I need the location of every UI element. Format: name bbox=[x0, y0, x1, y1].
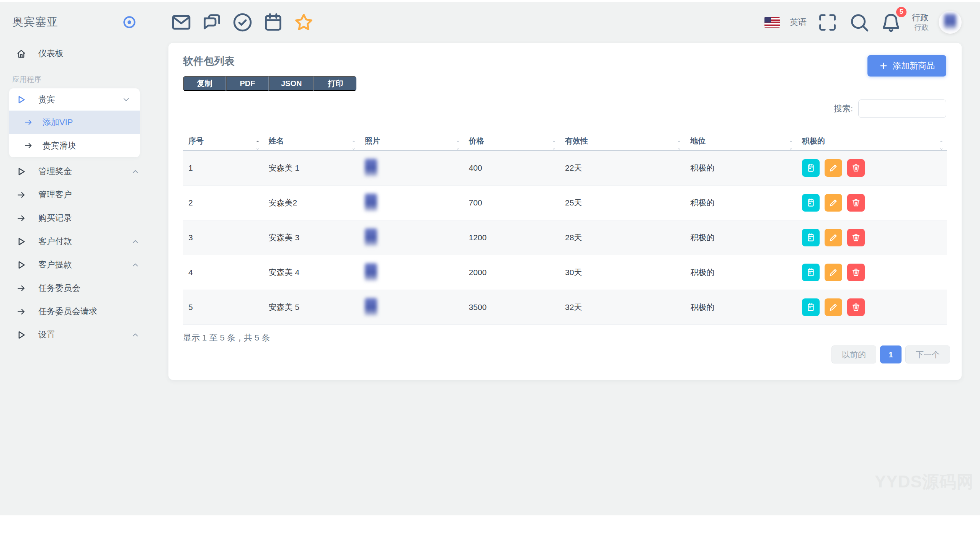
delete-button[interactable] bbox=[847, 298, 865, 316]
photo-thumbnail bbox=[365, 298, 377, 316]
sidebar-item-dashboard[interactable]: 仪表板 bbox=[0, 42, 149, 65]
table-row: 5安森美 5350032天积极的 bbox=[183, 290, 947, 324]
notepad-button[interactable] bbox=[802, 264, 820, 281]
add-product-button[interactable]: 添加新商品 bbox=[867, 55, 946, 77]
trash-icon bbox=[851, 198, 861, 208]
arrow-right-icon bbox=[16, 213, 26, 223]
sort-desc-icon bbox=[788, 144, 794, 147]
pagination-previous[interactable]: 以前的 bbox=[831, 345, 876, 363]
sort-desc-icon bbox=[551, 144, 557, 147]
package-table: 序号姓名照片价格有效性地位积极的 1安森美 140022天积极的2安森美2700… bbox=[183, 132, 947, 325]
calendar-icon[interactable] bbox=[262, 11, 284, 33]
bell-icon[interactable]: 5 bbox=[880, 11, 902, 33]
notepad-button[interactable] bbox=[802, 298, 820, 316]
cell-status: 积极的 bbox=[685, 255, 796, 290]
language-selector[interactable]: 英语 bbox=[790, 16, 807, 28]
sidebar-item-4[interactable]: 客户付款 bbox=[0, 230, 149, 253]
edit-button[interactable] bbox=[825, 298, 842, 316]
user-role: 行政 bbox=[912, 23, 929, 32]
avatar[interactable] bbox=[939, 11, 962, 34]
edit-button[interactable] bbox=[825, 264, 842, 281]
column-header[interactable]: 积极的 bbox=[797, 132, 947, 150]
delete-button[interactable] bbox=[847, 194, 865, 212]
cell-status: 积极的 bbox=[685, 185, 796, 220]
chevron-up-icon bbox=[131, 261, 140, 269]
user-menu[interactable]: 行政 行政 bbox=[912, 12, 929, 32]
expand-icon[interactable] bbox=[817, 11, 838, 33]
sidebar-subitem-0-0[interactable]: 添加VIP bbox=[9, 111, 140, 134]
cell-name: 安森美 1 bbox=[263, 150, 359, 185]
sidebar-item-7[interactable]: 任务委员会请求 bbox=[0, 300, 149, 323]
sort-asc-icon bbox=[551, 136, 557, 140]
star-icon[interactable] bbox=[293, 11, 315, 33]
play-icon bbox=[16, 95, 26, 105]
edit-button[interactable] bbox=[825, 229, 842, 246]
trash-icon bbox=[851, 267, 861, 277]
us-flag-icon[interactable] bbox=[764, 17, 780, 28]
sidebar-item-label: 设置 bbox=[38, 329, 131, 341]
sidebar-item-3[interactable]: 购买记录 bbox=[0, 207, 149, 229]
cell-name: 安森美 3 bbox=[263, 220, 359, 255]
cell-name: 安森美 5 bbox=[263, 290, 359, 324]
search-icon[interactable] bbox=[848, 11, 870, 33]
mail-icon[interactable] bbox=[170, 11, 192, 33]
topbar: 英语 5 行政 行政 bbox=[149, 2, 980, 42]
home-icon bbox=[16, 49, 26, 59]
column-header[interactable]: 有效性 bbox=[560, 132, 685, 150]
column-header[interactable]: 姓名 bbox=[263, 132, 359, 150]
delete-button[interactable] bbox=[847, 159, 865, 177]
notepad-button[interactable] bbox=[802, 159, 820, 177]
edit-button[interactable] bbox=[825, 159, 842, 177]
notepad-icon bbox=[806, 267, 816, 277]
cell-status: 积极的 bbox=[685, 150, 796, 185]
sort-desc-icon bbox=[351, 144, 356, 147]
plus-icon bbox=[879, 61, 888, 70]
delete-button[interactable] bbox=[847, 229, 865, 246]
table-row: 4安森美 4200030天积极的 bbox=[183, 255, 947, 290]
pagination-page-1[interactable]: 1 bbox=[880, 345, 902, 363]
column-header[interactable]: 价格 bbox=[464, 132, 560, 150]
sidebar-item-0[interactable]: 贵宾 bbox=[9, 88, 140, 111]
sidebar-item-5[interactable]: 客户提款 bbox=[0, 254, 149, 276]
column-header[interactable]: 地位 bbox=[685, 132, 796, 150]
pencil-icon bbox=[828, 163, 838, 173]
target-icon[interactable] bbox=[122, 15, 137, 29]
sidebar-item-8[interactable]: 设置 bbox=[0, 324, 149, 346]
sidebar-item-label: 客户付款 bbox=[38, 236, 131, 247]
search-input[interactable] bbox=[858, 99, 946, 118]
cell-actions bbox=[797, 185, 947, 220]
notepad-button[interactable] bbox=[802, 194, 820, 212]
check-circle-icon[interactable] bbox=[232, 11, 253, 33]
delete-button[interactable] bbox=[847, 264, 865, 281]
sort-desc-icon bbox=[255, 144, 260, 147]
export-button-打印[interactable]: 打印 bbox=[314, 76, 356, 91]
export-button-json[interactable]: JSON bbox=[269, 76, 314, 91]
pagination-next[interactable]: 下一个 bbox=[905, 345, 950, 363]
play-icon bbox=[16, 260, 26, 270]
search-row: 搜索: bbox=[834, 99, 946, 118]
column-header[interactable]: 照片 bbox=[359, 132, 463, 150]
cell-validity: 30天 bbox=[560, 255, 685, 290]
sidebar-subitem-label: 添加VIP bbox=[42, 117, 73, 128]
sort-asc-icon bbox=[676, 136, 682, 140]
cell-serial: 4 bbox=[183, 255, 263, 290]
sidebar-item-1[interactable]: 管理奖金 bbox=[0, 160, 149, 183]
sort-desc-icon bbox=[455, 144, 461, 147]
sidebar-item-2[interactable]: 管理客户 bbox=[0, 184, 149, 206]
sidebar-item-label: 贵宾 bbox=[38, 94, 122, 105]
export-button-pdf[interactable]: PDF bbox=[226, 76, 269, 91]
sort-asc-icon bbox=[939, 136, 944, 140]
chevron-up-icon bbox=[131, 167, 140, 176]
sidebar-subitem-0-1[interactable]: 贵宾滑块 bbox=[9, 134, 140, 157]
edit-button[interactable] bbox=[825, 194, 842, 212]
column-header[interactable]: 序号 bbox=[183, 132, 263, 150]
arrow-right-icon bbox=[16, 306, 26, 317]
arrow-right-icon bbox=[24, 117, 33, 127]
export-button-复制[interactable]: 复制 bbox=[183, 76, 226, 91]
notepad-button[interactable] bbox=[802, 229, 820, 246]
app-root: 奥宾塞亚 仪表板 应用程序 贵宾添加VIP贵宾滑块管理奖金管理客户购买记录客户付… bbox=[0, 0, 980, 541]
sidebar-item-label: 购买记录 bbox=[38, 212, 140, 224]
chat-icon[interactable] bbox=[201, 11, 223, 33]
sidebar-item-6[interactable]: 任务委员会 bbox=[0, 277, 149, 299]
photo-thumbnail bbox=[365, 263, 377, 282]
